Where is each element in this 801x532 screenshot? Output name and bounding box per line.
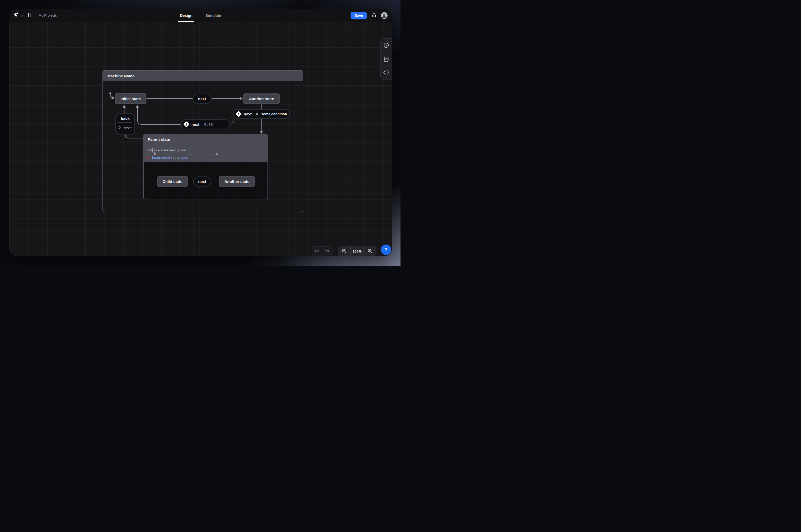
state-initial[interactable]: Initial state — [115, 93, 147, 104]
nav-my-projects[interactable]: My Projects — [39, 14, 57, 17]
zoom-out-icon — [342, 248, 347, 254]
transition-back-label: back — [116, 114, 134, 122]
user-avatar[interactable] — [381, 12, 387, 19]
zoom-in-button[interactable] — [363, 246, 377, 256]
data-button[interactable] — [383, 56, 389, 63]
save-button[interactable]: Save — [350, 12, 367, 19]
panel-layout-icon — [28, 13, 33, 18]
state-another[interactable]: Another state — [243, 93, 280, 104]
stately-logo-icon — [14, 12, 19, 19]
state-parent-body: Child state next Another state — [143, 162, 268, 199]
brand-menu-button[interactable] — [14, 12, 23, 19]
share-button[interactable] — [371, 12, 377, 19]
undo-icon — [314, 249, 320, 254]
desktop-background: My Projects Design Simulate Save — [0, 0, 400, 266]
state-child-label: Child state — [158, 177, 187, 186]
transition-next-top[interactable]: next — [192, 94, 212, 104]
topbar: My Projects Design Simulate Save — [9, 9, 392, 22]
redo-icon — [324, 249, 329, 254]
info-icon — [383, 42, 389, 49]
sidebar-toggle-button[interactable] — [28, 13, 33, 18]
redo-button[interactable] — [322, 247, 332, 256]
database-icon — [383, 56, 389, 63]
transition-child-next[interactable]: next — [193, 176, 211, 187]
mode-tabs: Design Simulate — [180, 9, 221, 22]
state-parent-header[interactable]: Parent state This is a state description… — [143, 134, 268, 162]
zoom-in-icon — [367, 248, 373, 254]
chevron-down-icon — [21, 13, 23, 18]
action-reset-label: reset — [124, 126, 131, 130]
state-parent-label: Parent state — [148, 137, 170, 141]
history-controls — [312, 246, 332, 256]
play-icon — [119, 126, 121, 130]
state-another-label: Another state — [244, 94, 279, 103]
transition-back[interactable]: back reset — [115, 113, 135, 135]
machine-title: Machine Name — [107, 74, 135, 78]
export-share-icon — [371, 12, 377, 19]
state-child-another-label: Another state — [220, 177, 254, 186]
transition-next-guarded[interactable]: 1 next IF some condition — [233, 109, 290, 119]
right-tool-rail — [380, 38, 392, 80]
undo-button[interactable] — [312, 247, 322, 256]
divider — [147, 145, 264, 145]
code-icon — [383, 70, 389, 76]
help-button[interactable]: ? — [381, 245, 391, 255]
machine-title-bar[interactable]: Machine Name — [103, 71, 303, 81]
state-parent: Parent state This is a state description… — [143, 134, 268, 199]
active-tab-underline — [178, 21, 194, 22]
state-child-another[interactable]: Another state — [218, 176, 255, 187]
books-icon — [147, 155, 151, 160]
transition-next-else[interactable]: 2 next ELSE — [180, 119, 230, 129]
tab-design[interactable]: Design — [180, 9, 192, 22]
app-window: My Projects Design Simulate Save — [9, 9, 392, 256]
info-button[interactable] — [383, 42, 389, 49]
tab-simulate[interactable]: Simulate — [206, 9, 221, 22]
state-child[interactable]: Child state — [157, 176, 188, 187]
zoom-out-button[interactable] — [338, 246, 350, 256]
docs-link-label: Learn more in the docs — [152, 155, 188, 159]
canvas[interactable]: Machine Name — [9, 22, 392, 256]
zoom-level: 100% — [350, 246, 363, 256]
docs-link[interactable]: Learn more in the docs — [147, 155, 188, 160]
state-initial-label: Initial state — [116, 94, 146, 103]
transition-order-badge: 1 — [235, 111, 242, 117]
code-button[interactable] — [383, 70, 389, 76]
transition-order-badge: 2 — [183, 121, 189, 128]
zoom-controls: 100% — [338, 246, 377, 256]
state-description: This is a state description. — [147, 148, 187, 152]
